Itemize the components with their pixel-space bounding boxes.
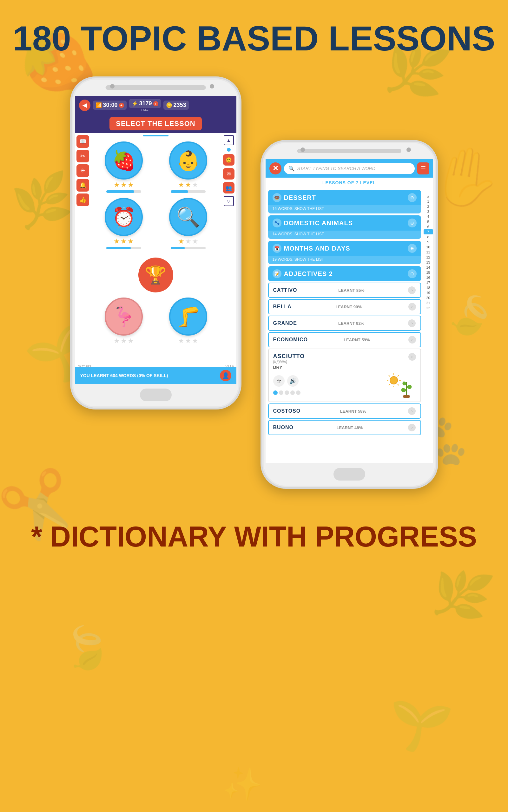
menu-button[interactable]: ☰ xyxy=(417,163,429,174)
num-20[interactable]: 20 xyxy=(424,295,433,300)
word-bella-arrow[interactable]: › xyxy=(408,303,416,311)
dessert-collapse-button[interactable]: ⊖ xyxy=(408,193,417,202)
lesson-clock[interactable]: ⏰ ★ ★ ★ xyxy=(94,198,154,249)
lesson-leg[interactable]: 🦵 ★ ★ ★ xyxy=(159,298,218,345)
months-days-collapse-button[interactable]: ⊖ xyxy=(408,244,417,253)
right-face-button[interactable]: 😊 xyxy=(223,154,235,166)
word-grande-arrow[interactable]: › xyxy=(408,319,416,327)
num-7-active[interactable]: 7 xyxy=(424,229,433,234)
dessert-header[interactable]: 🍩 DESSERT ⊖ xyxy=(268,190,421,205)
num-8[interactable]: 8 xyxy=(424,234,433,239)
phone1-home-button[interactable] xyxy=(140,389,172,401)
phone2-screen: ✕ 🔍 START TYPING TO SEARCH A WORD ☰ LESS… xyxy=(265,159,433,463)
adjectives2-label: ADJECTIVES 2 xyxy=(284,270,333,277)
num-4[interactable]: 4 xyxy=(424,214,433,219)
num-9[interactable]: 9 xyxy=(424,239,433,244)
word-cattivo-arrow[interactable]: › xyxy=(408,286,416,294)
num-2[interactable]: 2 xyxy=(424,204,433,209)
score-stat: ⚡ 3179 + FULL xyxy=(129,99,161,111)
progress-fill-baby xyxy=(171,190,188,193)
lesson-circle-flamingo[interactable]: 🦩 xyxy=(105,298,143,335)
audio-action-icon[interactable]: 🔊 xyxy=(287,375,299,387)
search-icon: 🔍 xyxy=(288,166,295,172)
star3: ★ xyxy=(192,181,198,189)
fps-display: 59.37 FPS xyxy=(78,365,91,368)
lesson-flamingo[interactable]: 🦩 ★ ★ ★ xyxy=(94,298,154,345)
num-15[interactable]: 15 xyxy=(424,270,433,275)
footer-avatar[interactable]: 👤 xyxy=(220,370,231,381)
trophy-circle[interactable]: 🏆 xyxy=(138,258,173,292)
domestic-animals-header[interactable]: 🐾 DOMESTIC ANIMALS ⊖ xyxy=(268,215,421,231)
adjectives2-collapse-button[interactable]: ⊖ xyxy=(408,269,417,278)
word-cattivo[interactable]: CATTIVO LEARNT 85% › xyxy=(268,283,421,298)
word-economico-arrow[interactable]: › xyxy=(408,336,416,344)
num-14[interactable]: 14 xyxy=(424,265,433,270)
lesson-magnifier[interactable]: 🔍 ★ ★ ★ xyxy=(159,198,218,249)
sidebar-scissors-button[interactable]: ✂ xyxy=(77,150,89,163)
num-6[interactable]: 6 xyxy=(424,224,433,229)
num-13[interactable]: 13 xyxy=(424,260,433,265)
scroll-down-button[interactable]: ▽ xyxy=(224,196,234,206)
dessert-title: 🍩 DESSERT xyxy=(272,193,316,202)
lesson-circle-baby[interactable]: 👶 xyxy=(169,141,207,180)
domestic-animals-sub-info: 14 WORDS. SHOW THE LIST xyxy=(268,231,421,239)
num-10[interactable]: 10 xyxy=(424,244,433,250)
phone2-home-button[interactable] xyxy=(334,468,365,481)
num-19[interactable]: 19 xyxy=(424,290,433,295)
scroll-up-button[interactable]: ▲ xyxy=(224,135,234,145)
sidebar-sun-button[interactable]: ☀ xyxy=(77,164,89,177)
lesson-baby[interactable]: 👶 ★ ★ ★ xyxy=(159,141,218,193)
months-days-icon: 📅 xyxy=(272,244,282,253)
num-1[interactable]: 1 xyxy=(424,199,433,204)
sidebar-book-button[interactable]: 📖 xyxy=(77,135,89,148)
sidebar-thumb-button[interactable]: 👍 xyxy=(77,193,89,206)
right-people-button[interactable]: 👥 xyxy=(223,182,235,193)
coins-value: 2353 xyxy=(174,102,186,108)
word-asciutto-expanded[interactable]: ASCIUTTO [aʃˈʃutto] DRY › ☆ 🔊 xyxy=(268,349,421,402)
months-days-header[interactable]: 📅 MONTHS AND DAYS ⊖ xyxy=(268,241,421,256)
num-3[interactable]: 3 xyxy=(424,209,433,214)
lesson-strawberry[interactable]: 🍓 ★ ★ ★ xyxy=(94,141,154,193)
star-action-icon[interactable]: ☆ xyxy=(273,375,285,387)
months-days-label: MONTHS AND DAYS xyxy=(284,245,350,252)
close-button[interactable]: ✕ xyxy=(269,163,282,174)
timer-plus-button[interactable]: + xyxy=(119,103,124,108)
word-economico-learnt: LEARNT 59% xyxy=(344,337,370,342)
num-11[interactable]: 11 xyxy=(424,250,433,255)
word-costoso[interactable]: COSTOSO LEARNT 58% › xyxy=(268,403,421,419)
back-button[interactable]: ◀ xyxy=(79,100,90,111)
num-12[interactable]: 12 xyxy=(424,255,433,260)
domestic-animals-collapse-button[interactable]: ⊖ xyxy=(408,219,417,227)
lesson-circle-magnifier[interactable]: 🔍 xyxy=(169,198,207,236)
lesson-circle-strawberry[interactable]: 🍓 xyxy=(105,141,143,180)
word-costoso-arrow[interactable]: › xyxy=(408,407,416,415)
num-hash[interactable]: # xyxy=(424,194,433,199)
right-mail-button[interactable]: ✉ xyxy=(223,168,235,180)
word-buono[interactable]: BUONO LEARNT 48% › xyxy=(268,420,421,435)
num-18[interactable]: 18 xyxy=(424,285,433,290)
score-plus-button[interactable]: + xyxy=(153,101,158,106)
adjectives2-header[interactable]: 📝 ADJECTIVES 2 ⊖ xyxy=(268,266,421,281)
num-21[interactable]: 21 xyxy=(424,300,433,306)
num-22[interactable]: 22 xyxy=(424,306,433,311)
num-5[interactable]: 5 xyxy=(424,219,433,224)
word-grande[interactable]: GRANDE LEARNT 92% › xyxy=(268,316,421,331)
dot4 xyxy=(290,391,295,395)
wifi-icon: 📶 xyxy=(95,102,102,108)
word-buono-arrow[interactable]: › xyxy=(408,424,416,432)
word-bella[interactable]: BELLA LEARNT 90% › xyxy=(268,299,421,314)
adjectives2-title: 📝 ADJECTIVES 2 xyxy=(272,269,333,278)
sidebar-bell-button[interactable]: 🔔 xyxy=(77,179,89,191)
dot2 xyxy=(279,391,283,395)
num-17[interactable]: 17 xyxy=(424,280,433,285)
star3: ★ xyxy=(128,237,134,245)
number-list: # 1 2 3 4 5 6 7 8 9 10 11 12 13 14 15 16 xyxy=(424,192,433,463)
word-asciutto-arrow[interactable]: › xyxy=(408,353,416,361)
lesson-circle-clock[interactable]: ⏰ xyxy=(105,198,143,236)
right-sidebar: ▲ 😊 ✉ 👥 ▽ xyxy=(222,134,235,208)
lesson-circle-leg[interactable]: 🦵 xyxy=(169,298,207,335)
num-16[interactable]: 16 xyxy=(424,275,433,280)
star2: ★ xyxy=(121,337,127,345)
search-input-container[interactable]: 🔍 START TYPING TO SEARCH A WORD xyxy=(284,163,415,174)
word-economico[interactable]: ECONOMICO LEARNT 59% › xyxy=(268,332,421,347)
